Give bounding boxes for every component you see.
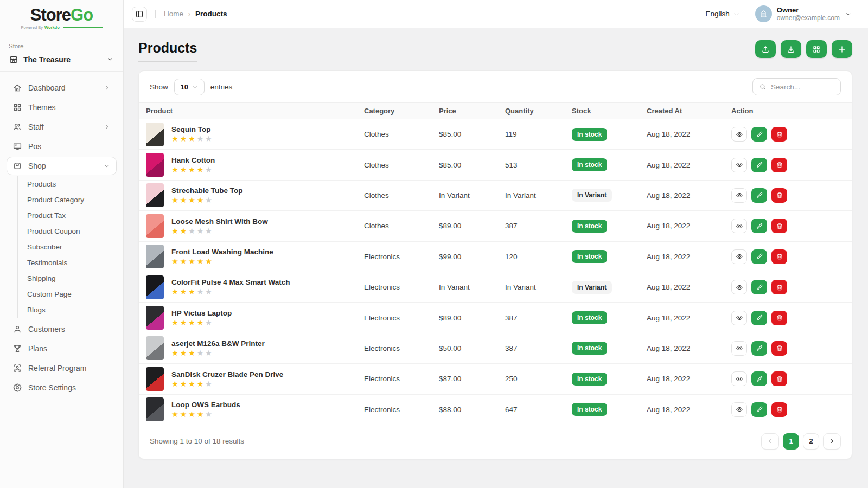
product-name[interactable]: Hank Cotton xyxy=(171,156,215,164)
category-cell: Electronics xyxy=(364,406,439,414)
sidebar-subitem-subscriber[interactable]: Subscriber xyxy=(18,239,117,255)
edit-button[interactable] xyxy=(751,188,767,203)
sidebar-item-label: Customers xyxy=(28,325,65,333)
edit-button[interactable] xyxy=(751,127,767,142)
delete-button[interactable] xyxy=(771,311,787,325)
sidebar-subitem-product-tax[interactable]: Product Tax xyxy=(18,208,117,223)
sidebar-item-dashboard[interactable]: Dashboard xyxy=(7,79,117,97)
export-button[interactable] xyxy=(755,40,776,58)
stock-cell: In stock xyxy=(572,220,647,233)
product-name[interactable]: Loose Mesh Shirt With Bow xyxy=(171,217,268,226)
sidebar-item-pos[interactable]: Pos xyxy=(7,137,117,156)
delete-button[interactable] xyxy=(771,158,787,172)
view-button[interactable] xyxy=(731,341,747,356)
bulk-button[interactable] xyxy=(806,40,827,58)
view-button[interactable] xyxy=(731,402,747,417)
language-selector[interactable]: English xyxy=(705,10,739,18)
view-button[interactable] xyxy=(731,127,747,142)
view-button[interactable] xyxy=(731,249,747,264)
breadcrumb-separator: › xyxy=(188,10,190,18)
product-name[interactable]: Front Load Washing Machine xyxy=(171,248,273,256)
trash-icon xyxy=(776,284,783,291)
chevron-left-icon xyxy=(767,438,774,445)
view-button[interactable] xyxy=(731,219,747,233)
product-rating: ★★★★★ xyxy=(171,135,214,143)
sidebar-subitem-products[interactable]: Products xyxy=(18,176,117,192)
product-name[interactable]: Loop OWS Earbuds xyxy=(171,401,240,409)
sidebar: StoreGo Powered ByWorkdo Store The Treas… xyxy=(0,0,124,488)
edit-button[interactable] xyxy=(751,280,767,294)
product-thumbnail xyxy=(146,306,164,330)
product-name[interactable]: aserjet M126a B&W Printer xyxy=(171,339,265,348)
edit-button[interactable] xyxy=(751,158,767,172)
edit-button[interactable] xyxy=(751,371,767,386)
trash-icon xyxy=(776,222,783,230)
view-button[interactable] xyxy=(731,188,747,203)
pagination-page-2[interactable]: 2 xyxy=(803,433,819,450)
edit-button[interactable] xyxy=(751,311,767,325)
add-button[interactable] xyxy=(832,40,852,58)
sidebar-subitem-product-coupon[interactable]: Product Coupon xyxy=(18,223,117,239)
quantity-cell: 250 xyxy=(505,375,572,383)
product-cell: Loose Mesh Shirt With Bow★★★★★ xyxy=(146,214,364,238)
sidebar-item-customers[interactable]: Customers xyxy=(7,320,117,338)
delete-button[interactable] xyxy=(771,249,787,264)
breadcrumb-home[interactable]: Home xyxy=(164,10,183,18)
product-rating: ★★★★★ xyxy=(171,319,232,327)
view-button[interactable] xyxy=(731,158,747,172)
price-cell: $99.00 xyxy=(439,253,505,261)
pagination-prev-button[interactable] xyxy=(761,433,779,450)
edit-button[interactable] xyxy=(751,219,767,233)
sidebar-item-label: Pos xyxy=(28,142,41,151)
quantity-cell: 647 xyxy=(505,406,572,414)
view-button[interactable] xyxy=(731,280,747,294)
profile-menu[interactable]: Owner owner@example.com xyxy=(755,5,852,22)
sidebar-toggle-button[interactable] xyxy=(132,7,147,22)
delete-button[interactable] xyxy=(771,219,787,233)
search-input[interactable] xyxy=(771,83,834,91)
pagination-page-1[interactable]: 1 xyxy=(783,433,799,450)
view-button[interactable] xyxy=(731,371,747,386)
price-cell: $85.00 xyxy=(439,130,505,138)
edit-button[interactable] xyxy=(751,249,767,264)
edit-button[interactable] xyxy=(751,402,767,417)
store-selector[interactable]: The Treasure xyxy=(9,55,114,65)
sidebar-subitem-shipping[interactable]: Shipping xyxy=(18,271,117,286)
pagination-next-button[interactable] xyxy=(823,433,841,450)
profile-name: Owner xyxy=(777,6,840,15)
product-name[interactable]: Strechable Tube Top xyxy=(171,187,243,195)
sidebar-item-plans[interactable]: Plans xyxy=(7,339,117,358)
sidebar-item-referral-program[interactable]: Referral Program xyxy=(7,359,117,377)
product-name[interactable]: ColorFit Pulse 4 Max Smart Watch xyxy=(171,278,290,286)
delete-button[interactable] xyxy=(771,127,787,142)
storefront-icon xyxy=(9,55,18,65)
product-rating: ★★★★★ xyxy=(171,258,273,266)
delete-button[interactable] xyxy=(771,402,787,417)
delete-button[interactable] xyxy=(771,280,787,294)
sidebar-item-shop[interactable]: Shop xyxy=(7,157,117,175)
sidebar-subitem-blogs[interactable]: Blogs xyxy=(18,302,117,318)
sidebar-item-themes[interactable]: Themes xyxy=(7,98,117,117)
entries-select[interactable]: 10 xyxy=(174,79,205,95)
import-button[interactable] xyxy=(781,40,801,58)
chevron-right-icon xyxy=(828,438,835,445)
store-label: Store xyxy=(9,43,114,49)
sidebar-item-staff[interactable]: Staff xyxy=(7,118,117,136)
sidebar-subitem-testimonials[interactable]: Testimonials xyxy=(18,255,117,271)
delete-button[interactable] xyxy=(771,188,787,203)
delete-button[interactable] xyxy=(771,341,787,356)
product-name[interactable]: HP Victus Laptop xyxy=(171,309,232,317)
view-button[interactable] xyxy=(731,311,747,325)
sidebar-item-store-settings[interactable]: Store Settings xyxy=(7,378,117,397)
sidebar-subitem-custom-page[interactable]: Custom Page xyxy=(18,286,117,302)
brand-logo[interactable]: StoreGo Powered ByWorkdo xyxy=(0,0,123,35)
created-at-cell: Aug 18, 2022 xyxy=(647,161,731,169)
edit-button[interactable] xyxy=(751,341,767,356)
delete-button[interactable] xyxy=(771,371,787,386)
product-name[interactable]: SanDisk Cruzer Blade Pen Drive xyxy=(171,370,283,378)
product-cell: Loop OWS Earbuds★★★★★ xyxy=(146,397,364,421)
pencil-icon xyxy=(756,344,763,352)
product-name[interactable]: Sequin Top xyxy=(171,125,214,133)
sidebar-subitem-product-category[interactable]: Product Category xyxy=(18,192,117,208)
stock-cell: In stock xyxy=(572,311,647,324)
